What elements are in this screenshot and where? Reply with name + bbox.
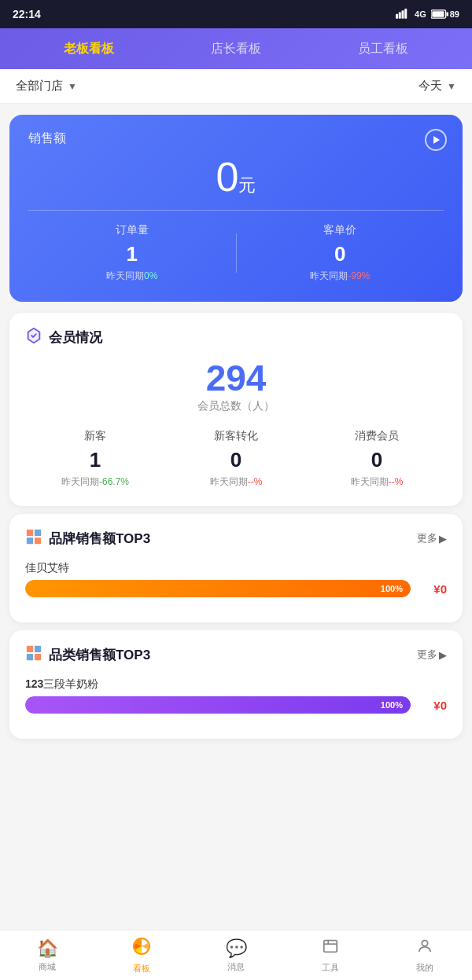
svg-rect-12 bbox=[27, 646, 33, 652]
brand-bar-track-0: 100% bbox=[25, 580, 411, 597]
sales-amount: 0元 bbox=[28, 156, 444, 197]
bottom-nav-store[interactable]: 🏠 商城 bbox=[0, 938, 94, 973]
member-count: 294 bbox=[25, 360, 447, 396]
svg-point-20 bbox=[422, 940, 427, 945]
member-section: 会员情况 294 会员总数（人） 新客 1 昨天同期-66.7% 新客转化 0 … bbox=[9, 313, 463, 506]
brand-title-row: 品牌销售额TOP3 bbox=[25, 528, 150, 549]
member-title-row: 会员情况 bbox=[25, 327, 102, 347]
category-title-row: 品类销售额TOP3 bbox=[25, 644, 150, 665]
tools-label: 工具 bbox=[322, 962, 339, 974]
member-section-header: 会员情况 bbox=[25, 327, 447, 347]
svg-rect-8 bbox=[27, 530, 33, 536]
svg-marker-7 bbox=[433, 136, 440, 144]
store-filter[interactable]: 全部门店 ▼ bbox=[16, 79, 77, 94]
battery-indicator: 89 bbox=[431, 9, 459, 19]
category-top3-title: 品类销售额TOP3 bbox=[49, 646, 150, 664]
sales-divider bbox=[28, 210, 444, 211]
category-amount-0: ¥0 bbox=[419, 699, 447, 712]
svg-rect-6 bbox=[432, 11, 444, 17]
store-filter-arrow: ▼ bbox=[68, 81, 77, 92]
dashboard-label: 看板 bbox=[133, 963, 150, 974]
new-customer-stat: 新客 1 昨天同期-66.7% bbox=[25, 429, 165, 489]
svg-rect-2 bbox=[402, 10, 404, 19]
svg-rect-13 bbox=[35, 646, 41, 652]
status-right: 4G 89 bbox=[396, 8, 459, 21]
brand-top3-header: 品牌销售额TOP3 更多 ▶ bbox=[25, 528, 447, 549]
member-total-label: 会员总数（人） bbox=[25, 399, 447, 413]
store-filter-label: 全部门店 bbox=[16, 79, 63, 94]
tools-icon bbox=[322, 938, 339, 960]
svg-rect-15 bbox=[35, 654, 41, 660]
nav-tabs: 老板看板 店长看板 员工看板 bbox=[0, 28, 472, 69]
svg-rect-10 bbox=[27, 538, 33, 544]
category-bar-fill-0: 100% bbox=[25, 696, 411, 714]
svg-rect-11 bbox=[35, 538, 41, 544]
brand-more-link[interactable]: 更多 ▶ bbox=[417, 531, 447, 545]
message-label: 消息 bbox=[227, 961, 245, 973]
svg-rect-3 bbox=[404, 9, 407, 19]
category-top3-header: 品类销售额TOP3 更多 ▶ bbox=[25, 644, 447, 665]
message-icon: 💬 bbox=[226, 938, 247, 959]
category-top3-section: 品类销售额TOP3 更多 ▶ 123三段羊奶粉 100% ¥0 bbox=[9, 630, 463, 739]
member-section-title: 会员情况 bbox=[49, 329, 102, 347]
new-convert-stat: 新客转化 0 昨天同期--% bbox=[166, 429, 306, 489]
member-icon bbox=[25, 327, 42, 347]
date-filter-arrow: ▼ bbox=[447, 81, 456, 92]
bottom-nav-tools[interactable]: 工具 bbox=[283, 938, 378, 974]
brand-bar-fill-0: 100% bbox=[25, 580, 411, 597]
category-bar-track-0: 100% bbox=[25, 696, 411, 714]
unit-price-stat: 客单价 0 昨天同期-99% bbox=[237, 223, 444, 283]
consume-member-stat: 消费会员 0 昨天同期--% bbox=[307, 429, 447, 489]
sales-card: 销售额 0元 订单量 1 昨天同期0% 客单价 0 昨天同期-99% bbox=[9, 115, 463, 302]
filter-bar: 全部门店 ▼ 今天 ▼ bbox=[0, 69, 472, 104]
bottom-nav-dashboard[interactable]: 看板 bbox=[94, 937, 189, 974]
category-item-0: 123三段羊奶粉 100% ¥0 bbox=[25, 677, 447, 714]
brand-item-0: 佳贝艾特 100% ¥0 bbox=[25, 561, 447, 597]
date-filter[interactable]: 今天 ▼ bbox=[419, 79, 456, 94]
date-filter-label: 今天 bbox=[419, 79, 442, 94]
brand-amount-0: ¥0 bbox=[419, 582, 447, 596]
dashboard-icon bbox=[132, 937, 151, 960]
bottom-nav-mine[interactable]: 我的 bbox=[378, 938, 472, 974]
status-time: 22:14 bbox=[13, 8, 41, 20]
network-type: 4G bbox=[415, 9, 426, 19]
svg-rect-5 bbox=[446, 12, 448, 16]
sales-stats: 订单量 1 昨天同期0% 客单价 0 昨天同期-99% bbox=[28, 223, 444, 283]
network-indicator bbox=[396, 8, 410, 21]
brand-icon bbox=[25, 528, 42, 549]
svg-rect-14 bbox=[27, 654, 33, 660]
svg-rect-0 bbox=[396, 13, 398, 18]
brand-top3-section: 品牌销售额TOP3 更多 ▶ 佳贝艾特 100% ¥0 bbox=[9, 514, 463, 622]
store-label: 商城 bbox=[39, 961, 56, 973]
svg-rect-17 bbox=[324, 940, 337, 952]
bottom-nav-message[interactable]: 💬 消息 bbox=[189, 938, 283, 973]
sales-play-button[interactable] bbox=[425, 129, 447, 151]
store-icon: 🏠 bbox=[37, 938, 58, 959]
mine-icon bbox=[416, 938, 433, 960]
svg-rect-9 bbox=[35, 530, 41, 536]
order-count-stat: 订单量 1 昨天同期0% bbox=[28, 223, 236, 283]
member-stats: 新客 1 昨天同期-66.7% 新客转化 0 昨天同期--% 消费会员 0 昨天… bbox=[25, 429, 447, 489]
status-bar: 22:14 4G 89 bbox=[0, 0, 472, 28]
member-total: 294 会员总数（人） bbox=[25, 360, 447, 413]
sales-card-title: 销售额 bbox=[28, 130, 444, 147]
tab-staff[interactable]: 员工看板 bbox=[345, 35, 421, 64]
bottom-spacer bbox=[0, 747, 472, 802]
tab-manager[interactable]: 店长看板 bbox=[198, 35, 274, 64]
mine-label: 我的 bbox=[416, 962, 433, 974]
category-icon bbox=[25, 644, 42, 665]
tab-boss[interactable]: 老板看板 bbox=[51, 35, 127, 64]
category-more-link[interactable]: 更多 ▶ bbox=[417, 648, 447, 662]
bottom-nav: 🏠 商城 看板 💬 消息 工具 bbox=[0, 930, 472, 980]
brand-top3-title: 品牌销售额TOP3 bbox=[49, 530, 150, 548]
svg-rect-1 bbox=[399, 12, 401, 18]
